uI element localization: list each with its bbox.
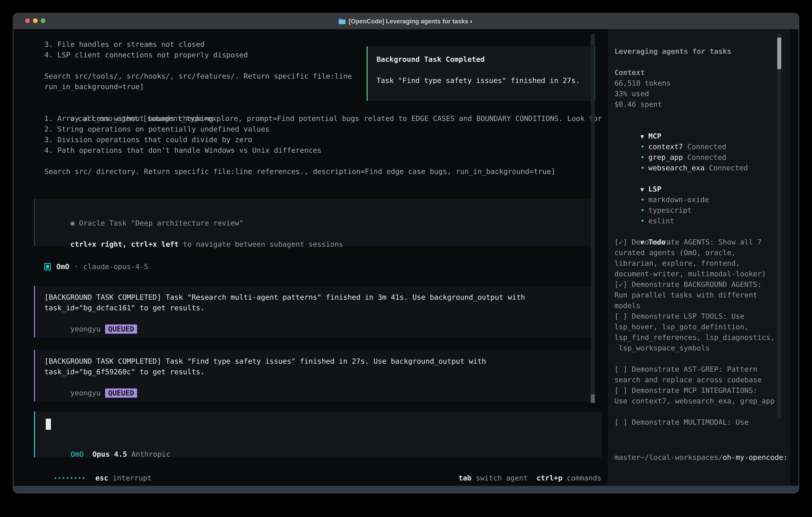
input-provider: Anthropic — [132, 450, 170, 458]
todo-line-active: lsp_workspace_symbols — [614, 343, 790, 353]
context-spent: $0.46 spent — [614, 99, 790, 110]
opencode-version-line: •OpenCode 1.0.163 — [614, 473, 790, 483]
agent-name: OmO — [56, 261, 69, 272]
task-message: [BACKGROUND TASK COMPLETED] Task "Resear… — [34, 286, 591, 337]
agent-session-header[interactable]: OmO · claude-opus-4-5 — [45, 261, 148, 272]
collapse-triangle-icon: ▼ — [640, 133, 644, 140]
notification-title: Background Task Completed — [376, 54, 594, 64]
window-title: [OpenCode] Leveraging agents for tasks ◐ — [349, 18, 473, 25]
collapse-triangle-icon: ▼ — [640, 186, 644, 193]
mcp-heading-label: MCP — [648, 132, 661, 140]
lsp-heading-label: LSP — [648, 185, 661, 193]
todo-line-active: [ ] Demonstrate LSP TOOLS: Use — [614, 311, 790, 322]
todo-line-active: lsp_hover, lsp_goto_definition, — [614, 322, 790, 332]
mcp-section-heading[interactable]: ▼ MCP — [614, 120, 790, 131]
task-line1: [BACKGROUND TASK COMPLETED] Task "Find t… — [45, 356, 591, 366]
workspace-path: ~/local-workspaces/oh-my-opencode: — [614, 441, 790, 452]
blank-line — [376, 64, 594, 75]
sidebar-content: Leveraging agents for tasks Context 66,5… — [608, 43, 790, 483]
lsp-name: markdown-oxide — [648, 195, 709, 204]
prompt-input[interactable]: OmO Opus 4.5 Anthropic — [34, 411, 602, 457]
context-used: 33% used — [614, 88, 790, 99]
agent-checkbox-icon — [45, 263, 51, 270]
status-dot-icon: • — [640, 195, 645, 204]
task-meta-line: yeongyuQUEUED — [45, 377, 591, 388]
todo-line-done: [✓] Demonstrate AGENTS: Show all 7 — [614, 237, 790, 247]
task-line2: task_id="bg_dcfac161" to get results. — [45, 302, 591, 313]
queued-badge: QUEUED — [105, 388, 137, 398]
agent-model: claude-opus-4-5 — [83, 261, 148, 272]
todo-line-done: librarian, explore, frontend, — [614, 258, 790, 269]
tool-call-line: ⚙call_omo_agent [subagent_type=explore, … — [45, 103, 602, 113]
status-dot-icon: • — [640, 153, 645, 161]
mcp-name: websearch_exa — [648, 164, 705, 172]
session-title: Leveraging agents for tasks — [614, 46, 790, 57]
scrollback-line: 4. Path operations that don't handle Win… — [45, 145, 602, 156]
oracle-hint-line: ctrl+x right, ctrl+x left to navigate be… — [45, 228, 591, 239]
path-prefix: ~/local-workspaces/ — [640, 453, 723, 461]
status-dot-icon: • — [640, 164, 645, 172]
todo-line-pending: [ ] Demonstrate AST-GREP: Pattern — [614, 364, 790, 375]
task-line1: [BACKGROUND TASK COMPLETED] Task "Resear… — [45, 292, 591, 302]
todo-line-done: curated agents (OmO, oracle, — [614, 247, 790, 258]
tab-key-hint: tab — [459, 474, 471, 482]
mcp-name: context7 — [648, 142, 683, 151]
oracle-icon: ◉ — [70, 219, 75, 227]
text-cursor — [46, 419, 51, 430]
context-tokens: 66,518 tokens — [614, 78, 790, 88]
lsp-name: typescript — [648, 206, 692, 214]
oracle-title-line: ◉ Oracle Task "Deep architecture review" — [45, 207, 591, 218]
task-line2: task_id="bg_6f59260c" to get results. — [45, 366, 591, 377]
context-heading: Context — [614, 67, 790, 78]
window-title-row: [OpenCode] Leveraging agents for tasks ◐ — [13, 13, 799, 29]
shortcut-key: ctrl+x left — [131, 240, 179, 248]
main-scrollbar-segment — [591, 34, 595, 45]
status-dot-icon: • — [640, 142, 645, 151]
mcp-status: Connected — [687, 142, 726, 151]
todo-line-done: document-writer, multimodal-looker) — [614, 269, 790, 279]
mcp-status: Connected — [709, 164, 748, 172]
window-bottom-frame — [13, 486, 799, 493]
todo-line-done: Run parallel tasks with different — [614, 290, 790, 300]
scrollback-line: Search src/ directory. Return specific f… — [45, 166, 602, 177]
ctrlp-key-hint: ctrl+p — [536, 474, 562, 482]
todo-line-pending: [ ] Demonstrate MCP INTEGRATIONS: — [614, 385, 790, 396]
switch-agent-label: switch agent — [476, 474, 528, 482]
opencode-window: [OpenCode] Leveraging agents for tasks ◐… — [13, 13, 799, 493]
folder-icon — [338, 18, 346, 25]
queued-badge: QUEUED — [105, 324, 137, 334]
todo-line-done: models — [614, 300, 790, 311]
input-model[interactable]: Opus 4.5 — [92, 450, 127, 458]
mcp-name: grep_app — [648, 153, 683, 161]
main-scrollbar-track[interactable] — [591, 34, 595, 403]
task-user: yeongyu — [70, 325, 101, 333]
separator-dot: · — [74, 261, 79, 272]
todo-line-pending: search and replace across codebase — [614, 375, 790, 385]
scrollback-line: 3. Division operations that could divide… — [45, 134, 602, 145]
status-dot-icon: • — [640, 206, 645, 214]
notification-toast[interactable]: Background Task Completed Task "Find typ… — [367, 46, 595, 101]
path-repo: oh-my-opencode: — [723, 453, 788, 461]
notification-body: Task "Find type safety issues" finished … — [376, 75, 594, 86]
task-user: yeongyu — [70, 389, 101, 397]
task-message: [BACKGROUND TASK COMPLETED] Task "Find t… — [34, 350, 591, 402]
oracle-task-banner: ◉ Oracle Task "Deep architecture review"… — [34, 199, 591, 246]
titlebar: [OpenCode] Leveraging agents for tasks ◐ — [13, 13, 799, 29]
interrupt-label: interrupt — [113, 474, 152, 482]
lsp-name: eslint — [648, 217, 674, 225]
shortcut-key: ctrl+x right, — [70, 240, 127, 248]
esc-key-hint: esc — [95, 474, 108, 482]
spinner-dots-icon: •••••••• — [54, 475, 86, 482]
main-scrollbar-thumb[interactable] — [591, 394, 595, 403]
mcp-status: Connected — [687, 153, 726, 161]
lsp-section-heading[interactable]: ▼ LSP — [614, 173, 790, 184]
todo-line-done: [✓] Demonstrate BACKGROUND AGENTS: — [614, 279, 790, 290]
todo-section-heading[interactable]: ▼ Todo — [614, 226, 790, 237]
todo-line-pending: [ ] Demonstrate MULTIMODAL: Use — [614, 417, 790, 428]
todo-line-pending: Use context7, websearch_exa, grep_app — [614, 396, 790, 406]
scrollback-line: 2. String operations on potentially unde… — [45, 124, 602, 134]
task-meta-line: yeongyuQUEUED — [45, 313, 591, 324]
commands-label: commands — [567, 474, 601, 482]
oracle-title: Oracle Task "Deep architecture review" — [79, 219, 243, 227]
input-agent-name[interactable]: OmO — [71, 450, 84, 458]
